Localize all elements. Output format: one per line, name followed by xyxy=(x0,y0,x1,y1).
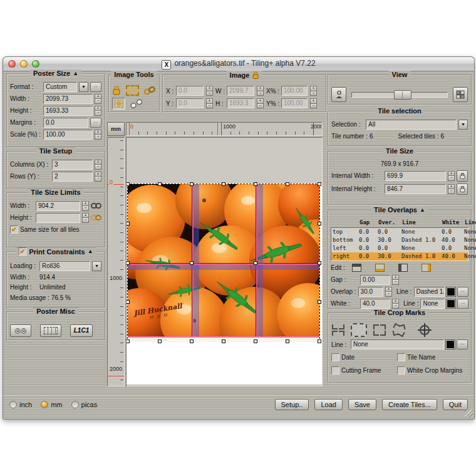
selection-handle[interactable] xyxy=(222,182,225,186)
columns-spinner[interactable]: +− xyxy=(95,160,101,170)
image-x-spinner[interactable]: +− xyxy=(206,86,213,96)
image-h-field[interactable]: 1693.3 xyxy=(227,98,254,108)
resize-grip[interactable] xyxy=(465,410,473,418)
spin-down-icon[interactable]: − xyxy=(95,98,101,104)
poster-width-spinner[interactable]: +− xyxy=(95,94,101,104)
internal-width-field[interactable]: 699.9 xyxy=(385,171,446,181)
picas-radio[interactable] xyxy=(71,401,79,408)
spin-down-icon[interactable]: − xyxy=(448,189,455,194)
edit-bottom-edge-button[interactable] xyxy=(375,264,385,272)
tile-name-checkbox[interactable] xyxy=(397,353,405,361)
canvas-viewport[interactable]: Jill HucknallM R M xyxy=(126,137,323,386)
crop-corners-out-button[interactable] xyxy=(331,323,345,337)
image-xp-field[interactable]: 100.00 xyxy=(281,86,308,96)
save-button[interactable]: Save xyxy=(348,399,376,410)
image-yp-spinner[interactable]: +− xyxy=(310,98,317,108)
white-line-more-button[interactable]: ... xyxy=(457,299,468,309)
inch-radio[interactable] xyxy=(9,401,17,408)
create-tiles-button[interactable]: Create Tiles... xyxy=(382,399,437,410)
zoom-slider-handle[interactable] xyxy=(394,90,411,100)
columns-field[interactable]: 3 xyxy=(52,160,93,170)
mm-radio[interactable] xyxy=(41,401,48,408)
crop-line-color-swatch[interactable] xyxy=(446,340,455,349)
loading-dropdown-icon[interactable]: ▼ xyxy=(92,261,101,271)
marquee-tool-icon[interactable] xyxy=(126,85,139,96)
loading-select[interactable]: Roll36 xyxy=(39,261,90,271)
overlaps-row-right[interactable]: right0.030.0Dashed 1.040.0None xyxy=(331,252,468,261)
poster-height-spinner[interactable]: +− xyxy=(95,106,101,116)
spin-down-icon[interactable]: − xyxy=(206,91,213,96)
image-y-field[interactable]: 0.0 xyxy=(176,98,204,108)
overlap-line-color-swatch[interactable] xyxy=(447,287,455,296)
center-tool-button[interactable] xyxy=(112,98,125,110)
spin-down-icon[interactable]: − xyxy=(385,291,392,297)
unit-option-mm[interactable]: mm xyxy=(41,401,62,408)
spin-down-icon[interactable]: − xyxy=(392,279,399,285)
crop-frame-button[interactable] xyxy=(351,323,367,337)
selection-handle[interactable] xyxy=(318,222,321,225)
broken-chain-icon[interactable] xyxy=(130,99,143,108)
edit-right-edge-button[interactable] xyxy=(422,264,431,272)
quit-button[interactable]: Quit xyxy=(443,399,468,410)
internal-height-field[interactable]: 846.7 xyxy=(385,184,446,194)
format-more-button[interactable]: ... xyxy=(90,82,101,92)
selection-handle[interactable] xyxy=(318,261,321,265)
limit-width-spinner[interactable]: +− xyxy=(82,201,89,211)
spin-down-icon[interactable]: − xyxy=(392,303,399,309)
selection-handle[interactable] xyxy=(126,222,130,225)
selection-dropdown-icon[interactable]: ▼ xyxy=(458,120,468,130)
spin-down-icon[interactable]: − xyxy=(82,217,89,223)
spin-down-icon[interactable]: − xyxy=(257,91,264,96)
selection-handle[interactable] xyxy=(158,182,162,186)
image-x-field[interactable]: 0.0 xyxy=(176,86,204,96)
internal-width-spinner[interactable]: +− xyxy=(448,171,455,181)
date-checkbox[interactable] xyxy=(331,353,339,361)
image-yp-field[interactable]: 100.00 xyxy=(281,98,308,108)
limit-height-field[interactable] xyxy=(36,213,80,223)
selection-handle[interactable] xyxy=(318,300,321,304)
spin-down-icon[interactable]: − xyxy=(95,164,101,170)
selection-handle[interactable] xyxy=(126,261,130,265)
tile-grid-view-button[interactable] xyxy=(453,87,468,102)
overlaps-row-left[interactable]: left0.00.0None0.0None xyxy=(331,244,468,252)
image-xp-spinner[interactable]: +− xyxy=(310,86,317,96)
margins-more-button[interactable]: ... xyxy=(90,118,101,128)
ruler-unit-button[interactable]: mm xyxy=(107,122,125,136)
spin-down-icon[interactable]: − xyxy=(310,103,317,109)
spin-down-icon[interactable]: − xyxy=(82,205,89,211)
white-spinner[interactable]: +− xyxy=(392,299,399,309)
spin-down-icon[interactable]: − xyxy=(95,134,101,140)
scale-field[interactable]: 100.00 xyxy=(43,130,93,140)
load-button[interactable]: Load xyxy=(314,399,342,410)
selection-handle[interactable] xyxy=(126,182,130,186)
registration-target-button[interactable] xyxy=(416,323,433,338)
poster-image[interactable]: Jill HucknallM R M xyxy=(128,184,319,341)
overlaps-row-top[interactable]: top0.00.0None0.0None xyxy=(331,228,468,236)
format-select[interactable]: Custom xyxy=(43,82,77,92)
overlap-line-field[interactable]: Dashed 1.0 xyxy=(414,287,445,297)
limit-height-spinner[interactable]: +− xyxy=(82,213,89,223)
spin-down-icon[interactable]: − xyxy=(95,176,101,182)
link-active-icon[interactable] xyxy=(91,214,101,221)
selection-handle[interactable] xyxy=(190,339,194,343)
overview-button[interactable] xyxy=(331,87,346,102)
collapse-icon[interactable]: ▲ xyxy=(88,249,93,254)
internal-height-lock-button[interactable] xyxy=(457,184,468,195)
overlap-field[interactable]: 30.0 xyxy=(358,287,383,297)
crop-line-field[interactable]: None xyxy=(351,339,444,349)
selection-handle[interactable] xyxy=(254,339,257,343)
selection-handle[interactable] xyxy=(254,261,257,265)
spin-down-icon[interactable]: − xyxy=(448,175,455,181)
rows-spinner[interactable]: +− xyxy=(95,172,101,182)
edit-top-edge-button[interactable] xyxy=(352,264,361,272)
overlap-spinner[interactable]: +− xyxy=(385,287,392,297)
selection-handle[interactable] xyxy=(286,339,289,343)
spin-down-icon[interactable]: − xyxy=(95,110,101,116)
image-y-spinner[interactable]: +− xyxy=(206,98,213,108)
print-constraints-checkbox[interactable]: ✔ xyxy=(18,247,26,256)
link-icon[interactable] xyxy=(91,202,101,209)
selection-handle[interactable] xyxy=(158,339,162,343)
unit-option-inch[interactable]: inch xyxy=(9,401,32,408)
selection-handle[interactable] xyxy=(286,182,289,186)
setup-button[interactable]: Setup.. xyxy=(275,399,309,410)
